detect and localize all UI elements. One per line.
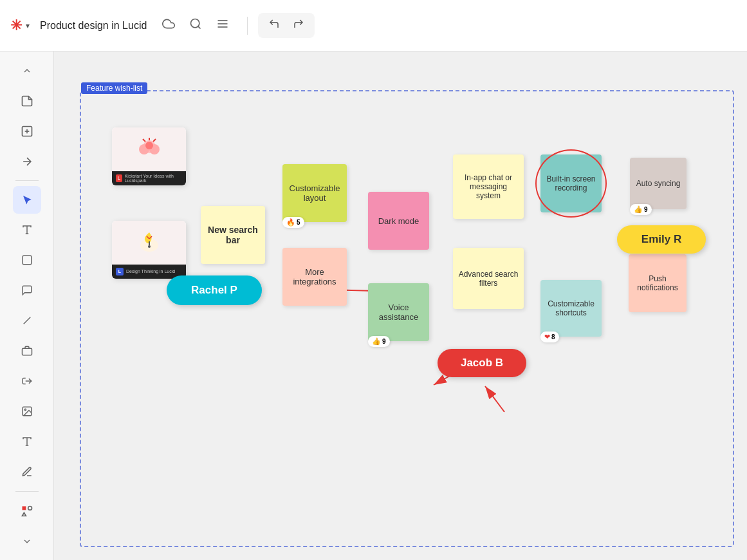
- shapes-library-button[interactable]: [13, 497, 41, 525]
- sticky-auto-syncing[interactable]: Auto syncing: [630, 158, 687, 209]
- lucid-logo[interactable]: ✳: [10, 17, 22, 34]
- note-tool-button[interactable]: [13, 277, 41, 304]
- svg-point-29: [145, 142, 153, 149]
- svg-point-15: [24, 409, 26, 411]
- svg-point-19: [28, 506, 32, 510]
- svg-line-32: [153, 139, 156, 142]
- header-divider: [247, 17, 248, 35]
- sticky-new-search-bar[interactable]: New search bar: [201, 206, 265, 264]
- sticky-more-integrations[interactable]: More integrations: [282, 248, 347, 306]
- image-tool-button[interactable]: [13, 398, 41, 425]
- sticky-voice-assistance[interactable]: Voice assistance: [368, 283, 429, 341]
- pen-tool-button[interactable]: [13, 458, 41, 486]
- svg-rect-12: [22, 349, 32, 356]
- svg-rect-18: [22, 506, 26, 510]
- frame-label: Feature wish-list: [81, 82, 147, 94]
- redo-button[interactable]: [288, 15, 309, 35]
- logo-area: ✳ ▾: [10, 17, 30, 34]
- collapse-bottom-button[interactable]: [13, 527, 41, 555]
- container-tool-button[interactable]: [13, 337, 41, 365]
- text-tool-button[interactable]: [13, 216, 41, 244]
- fire-badge: 🔥 5: [282, 217, 304, 228]
- collab-emily: Emily R: [617, 225, 706, 254]
- sticky-built-in-screen[interactable]: Built-in screen recording: [540, 154, 602, 212]
- sticky-customizable-layout[interactable]: Customizable layout: [282, 164, 347, 222]
- card2-image: [112, 221, 186, 265]
- card1-footer: L Kickstart Your Ideas with Lucidspark: [112, 171, 186, 186]
- sidebar-separator-2: [15, 491, 39, 492]
- templates-button[interactable]: [13, 87, 41, 115]
- menu-button[interactable]: [214, 15, 232, 36]
- collapse-top-button[interactable]: [13, 57, 41, 84]
- logo-dropdown-arrow[interactable]: ▾: [26, 21, 30, 30]
- sticky-customizable-shortcuts[interactable]: Customizable shortcuts: [540, 280, 602, 337]
- import-button[interactable]: [13, 147, 41, 175]
- svg-point-0: [191, 19, 199, 28]
- image-card-1[interactable]: L Kickstart Your Ideas with Lucidspark: [112, 127, 186, 185]
- export-tool-button[interactable]: [13, 368, 41, 395]
- card1-title: Kickstart Your Ideas with Lucidspark: [125, 174, 182, 183]
- svg-marker-20: [22, 512, 26, 516]
- canvas-area[interactable]: Feature wish-list: [54, 51, 747, 560]
- undo-button[interactable]: [263, 15, 285, 35]
- sticky-advanced-search[interactable]: Advanced search filters: [453, 248, 524, 309]
- sticky-dark-mode[interactable]: Dark mode: [368, 192, 429, 250]
- shape-tool-button[interactable]: [13, 247, 41, 274]
- card1-image: [112, 127, 186, 171]
- font-tool-button[interactable]: [13, 428, 41, 456]
- heart-badge: ❤ 8: [540, 331, 559, 342]
- svg-rect-10: [23, 256, 32, 265]
- svg-line-31: [143, 139, 145, 142]
- header: ✳ ▾ Product design in Lucid: [0, 0, 747, 51]
- search-button[interactable]: [187, 15, 205, 36]
- header-toolbar: [160, 15, 232, 36]
- svg-point-35: [148, 245, 151, 248]
- sticky-in-app-chat[interactable]: In-app chat or messaging system: [453, 154, 524, 219]
- collab-jacob: Jacob B: [438, 349, 526, 377]
- thumb-badge-voice: 👍 9: [368, 336, 390, 347]
- select-tool-button[interactable]: [13, 186, 41, 214]
- left-sidebar: [0, 51, 54, 560]
- svg-line-11: [23, 317, 30, 324]
- collab-rachel: Rachel P: [167, 275, 262, 305]
- card2-title: Design Thinking in Lucid: [126, 269, 175, 274]
- undo-redo-group: [258, 13, 315, 38]
- svg-line-1: [198, 26, 201, 29]
- line-tool-button[interactable]: [13, 307, 41, 335]
- cloud-sync-button[interactable]: [160, 15, 178, 36]
- image-card-2[interactable]: L Design Thinking in Lucid: [112, 221, 186, 279]
- thumb-badge-auto: 👍 9: [630, 204, 652, 215]
- document-title: Product design in Lucid: [40, 20, 147, 32]
- add-frame-button[interactable]: [13, 117, 41, 145]
- sidebar-separator: [15, 180, 39, 181]
- sticky-push-notifications[interactable]: Push notifications: [629, 254, 687, 312]
